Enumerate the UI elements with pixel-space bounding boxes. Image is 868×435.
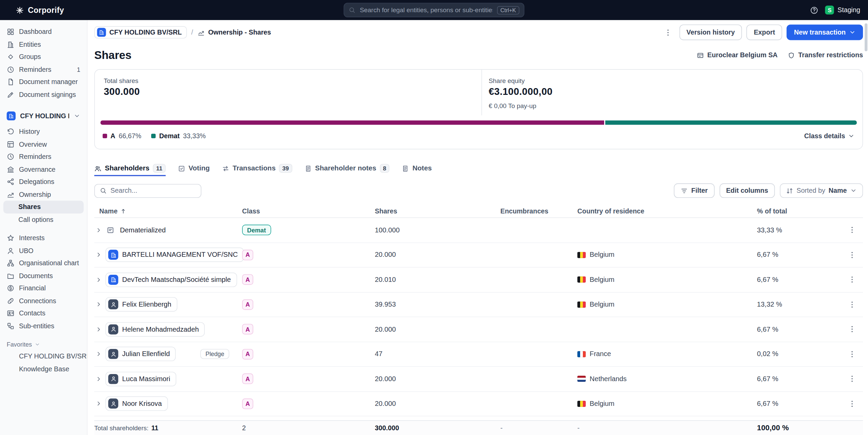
sidebar-item[interactable]: Ownership bbox=[3, 188, 84, 201]
row-actions-button[interactable] bbox=[845, 323, 859, 336]
sidebar-item[interactable]: History bbox=[3, 125, 84, 138]
sidebar-item[interactable]: Financial bbox=[3, 282, 84, 294]
row-actions-button[interactable] bbox=[845, 347, 859, 360]
sidebar-item[interactable]: Call options bbox=[3, 213, 84, 226]
overview-icon bbox=[7, 140, 15, 148]
sidebar-item[interactable]: Documents bbox=[3, 269, 84, 282]
voting-icon bbox=[178, 165, 185, 172]
sidebar-item[interactable]: Organisational chart bbox=[3, 257, 84, 269]
environment-badge[interactable]: S Staging bbox=[825, 5, 860, 14]
shareholder-chip[interactable]: Dematerialized bbox=[105, 223, 171, 236]
filter-button[interactable]: Filter bbox=[674, 183, 714, 198]
table-row[interactable]: Luca Massimori A 20.000 Netherlands 6,67… bbox=[94, 367, 863, 392]
shareholder-chip[interactable]: Noor Krisova bbox=[105, 396, 168, 411]
row-actions-button[interactable] bbox=[845, 298, 859, 311]
help-circle-icon[interactable] bbox=[810, 6, 818, 14]
table-search-input[interactable] bbox=[111, 187, 197, 194]
row-actions-button[interactable] bbox=[845, 397, 859, 410]
shareholder-chip[interactable]: Felix Elienbergh bbox=[105, 297, 178, 312]
chevron-right-icon[interactable] bbox=[95, 351, 102, 357]
sidebar-item[interactable]: Interests bbox=[3, 232, 84, 244]
total-pct: 100,00 % bbox=[757, 423, 841, 432]
favorites-header[interactable]: Favorites bbox=[7, 341, 80, 348]
sidebar-item[interactable]: Document manager bbox=[3, 76, 84, 88]
sidebar-item[interactable]: Reminders bbox=[3, 150, 84, 163]
table-row[interactable]: Dematerialized Demat 100.000 33,33 % bbox=[94, 218, 863, 243]
breadcrumb-current[interactable]: Ownership - Shares bbox=[198, 28, 271, 36]
global-search[interactable]: Ctrl+K bbox=[343, 3, 524, 17]
euroclear-link[interactable]: Euroclear Belgium SA bbox=[697, 51, 778, 59]
class-badge: A bbox=[242, 299, 253, 310]
chevron-right-icon[interactable] bbox=[95, 227, 102, 233]
tab[interactable]: Transactions 39 bbox=[222, 162, 292, 176]
row-actions-button[interactable] bbox=[845, 273, 859, 286]
table-row[interactable]: DevTech Maatschap/Société simple A 20.01… bbox=[94, 268, 863, 292]
version-history-button[interactable]: Version history bbox=[679, 24, 742, 40]
sidebar-item[interactable]: Dashboard bbox=[3, 26, 84, 38]
chevron-right-icon[interactable] bbox=[95, 276, 102, 283]
class-details-toggle[interactable]: Class details bbox=[804, 132, 855, 140]
sidebar-item[interactable]: UBO bbox=[3, 244, 84, 257]
table-row[interactable]: Julian Ellenfield Pledge A 47 France 0,0… bbox=[94, 342, 863, 367]
export-button[interactable]: Export bbox=[747, 24, 782, 40]
sidebar-item[interactable]: Delegations bbox=[3, 175, 84, 188]
sidebar-item[interactable]: Reminders 1 bbox=[3, 63, 84, 76]
edit-columns-button[interactable]: Edit columns bbox=[719, 183, 775, 198]
sidebar-item-label: History bbox=[19, 128, 40, 136]
column-country[interactable]: Country of residence bbox=[577, 207, 757, 215]
sidebar-item[interactable]: Contacts bbox=[3, 307, 84, 320]
sidebar-item[interactable]: Connections bbox=[3, 295, 84, 307]
governance-icon bbox=[7, 165, 15, 173]
chevron-right-icon[interactable] bbox=[95, 251, 102, 258]
sidebar-item-label: Delegations bbox=[19, 178, 54, 186]
shareholder-chip[interactable]: BARTELLI MANAGEMENT VOF/SNC bbox=[105, 248, 244, 262]
shareholder-chip[interactable]: Luca Massimori bbox=[105, 372, 176, 386]
table-row[interactable]: Felix Elienbergh A 39.953 Belgium 13,32 … bbox=[94, 292, 863, 317]
table-row[interactable]: Noor Krisova A 20.000 Belgium 6,67 % bbox=[94, 392, 863, 416]
entity-switcher[interactable]: CFY HOLDING BV/... bbox=[3, 109, 84, 123]
country-flag bbox=[577, 401, 586, 407]
chevron-right-icon[interactable] bbox=[95, 375, 102, 382]
tab[interactable]: Notes bbox=[402, 162, 432, 176]
sidebar-item[interactable]: Shares bbox=[3, 201, 84, 213]
column-class[interactable]: Class bbox=[242, 207, 375, 215]
sort-control[interactable]: Sorted by Name bbox=[780, 183, 863, 198]
row-actions-button[interactable] bbox=[845, 372, 859, 386]
page-scrollbar[interactable] bbox=[865, 23, 867, 51]
new-transaction-button[interactable]: New transaction bbox=[787, 24, 863, 40]
column-pct[interactable]: % of total bbox=[757, 207, 841, 215]
chevron-right-icon[interactable] bbox=[95, 301, 102, 308]
breadcrumb-entity[interactable]: CFY HOLDING BV/SRL bbox=[94, 26, 187, 38]
sidebar-item[interactable]: Sub-entities bbox=[3, 320, 84, 332]
sidebar-item[interactable]: Governance bbox=[3, 163, 84, 175]
brand[interactable]: Corporify bbox=[16, 5, 64, 14]
sidebar-item[interactable]: Groups bbox=[3, 51, 84, 63]
shareholder-chip[interactable]: DevTech Maatschap/Société simple bbox=[105, 272, 237, 287]
transfer-restrictions-link[interactable]: Transfer restrictions bbox=[788, 51, 863, 59]
sidebar-item[interactable]: Document signings bbox=[3, 88, 84, 101]
tab[interactable]: Voting bbox=[178, 162, 210, 176]
row-actions-button[interactable] bbox=[845, 223, 859, 236]
global-search-input[interactable] bbox=[360, 7, 492, 14]
ubo-icon bbox=[7, 247, 15, 254]
column-shares[interactable]: Shares bbox=[375, 207, 500, 215]
shareholder-name: Helene Mohadmedzadeh bbox=[122, 325, 199, 333]
row-actions-button[interactable] bbox=[845, 248, 859, 262]
table-search[interactable] bbox=[94, 184, 201, 198]
shareholder-chip[interactable]: Helene Mohadmedzadeh bbox=[105, 322, 205, 337]
favorite-item[interactable]: CFY HOLDING BV/SRL bbox=[3, 350, 84, 362]
table-row[interactable]: Helene Mohadmedzadeh A 20.000 6,67 % bbox=[94, 317, 863, 342]
chevron-right-icon[interactable] bbox=[95, 326, 102, 333]
shareholder-chip[interactable]: Julian Ellenfield bbox=[105, 347, 176, 361]
sidebar-item[interactable]: Entities bbox=[3, 38, 84, 51]
sidebar-item[interactable]: Overview bbox=[3, 138, 84, 150]
column-encumbrances[interactable]: Encumbrances bbox=[500, 207, 577, 215]
header-kebab-button[interactable] bbox=[662, 26, 675, 39]
country-name: Belgium bbox=[590, 251, 614, 259]
tab[interactable]: Shareholder notes 8 bbox=[304, 162, 390, 176]
favorite-item[interactable]: Knowledge Base bbox=[3, 362, 84, 375]
tab[interactable]: Shareholders 11 bbox=[94, 162, 166, 176]
column-name[interactable]: Name bbox=[94, 207, 242, 215]
table-row[interactable]: BARTELLI MANAGEMENT VOF/SNC A 20.000 Bel… bbox=[94, 243, 863, 268]
chevron-right-icon[interactable] bbox=[95, 400, 102, 407]
